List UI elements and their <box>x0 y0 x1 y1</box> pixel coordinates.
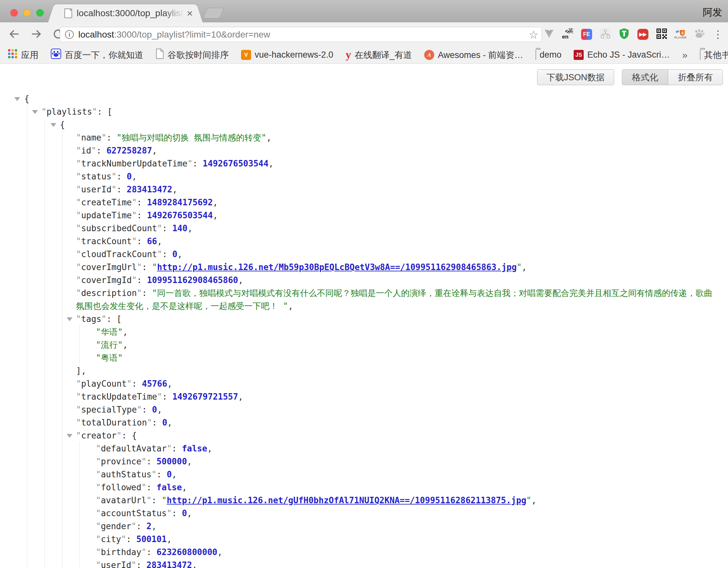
extension-button[interactable] <box>656 27 668 41</box>
extension-button[interactable]: 英en⇄ <box>562 27 574 41</box>
json-comma: , <box>288 301 293 311</box>
extension-button[interactable] <box>543 27 555 41</box>
json-colon: : <box>193 159 203 168</box>
json-key: followed <box>101 483 141 492</box>
json-line: { <box>45 118 719 131</box>
json-key: createTime <box>81 197 132 207</box>
json-comma: , <box>187 223 193 233</box>
json-key: province <box>101 457 141 466</box>
page-info-icon[interactable]: i <box>65 30 74 39</box>
json-line: "subscribedCount": 140, <box>62 222 719 235</box>
collapse-toggle-icon[interactable] <box>67 318 72 321</box>
json-string-quote: " <box>162 496 167 505</box>
json-key: accountStatus <box>101 508 167 518</box>
json-key-quote: " <box>76 197 81 207</box>
json-key-quote: " <box>96 521 101 531</box>
bookmark-item[interactable]: AAwesomes - 前端资… <box>424 49 523 61</box>
bookmark-item[interactable]: 谷歌按时间排序 <box>156 49 229 61</box>
json-line: "userId": 283413472, <box>62 183 719 196</box>
browser-tab[interactable]: localhost:3000/top_playlist?lim × <box>57 4 194 22</box>
extension-button[interactable]: ▶▶ <box>637 27 649 41</box>
json-key-quote: " <box>127 379 132 389</box>
json-comma: , <box>266 133 271 142</box>
json-colon: : <box>142 262 152 272</box>
json-number-value: 1492676503544 <box>147 210 213 220</box>
json-number-value: 140 <box>172 223 187 233</box>
minimize-window-button[interactable] <box>23 9 31 17</box>
profile-name[interactable]: 阿发 <box>703 6 722 19</box>
json-line: "trackCount": 66, <box>62 235 719 248</box>
json-number-value: 500000 <box>157 457 187 466</box>
json-line: "province": 500000, <box>80 455 719 468</box>
tab-close-icon[interactable]: × <box>187 8 193 18</box>
json-key-quote: " <box>167 444 172 453</box>
json-key-quote: " <box>151 470 157 479</box>
json-colon: : <box>97 107 107 117</box>
json-colon: : <box>137 236 147 246</box>
collapse-toggle-icon[interactable] <box>32 110 38 114</box>
json-colon: : <box>162 392 172 402</box>
json-line: "status": 0, <box>62 170 719 183</box>
json-link-value[interactable]: http://p1.music.126.net/Mb59p30BpEQLcBQe… <box>157 262 516 272</box>
format-button[interactable]: 格式化 <box>622 70 668 85</box>
back-button[interactable] <box>7 27 21 41</box>
apps-grid-icon <box>8 49 17 61</box>
address-bar[interactable]: i localhost:3000/top_playlist?limit=10&o… <box>60 27 542 42</box>
collapse-toggle-icon[interactable] <box>50 123 56 127</box>
bookmark-item[interactable]: JSEcho JS - JavaScri… <box>574 50 670 60</box>
json-key: trackNumberUpdateTime <box>81 159 188 168</box>
bookmark-item[interactable]: 其他书签 <box>700 49 728 61</box>
extension-button[interactable] <box>599 27 612 41</box>
collapse-toggle-icon[interactable] <box>67 434 72 438</box>
json-key: updateTime <box>81 210 132 220</box>
json-comma: , <box>157 236 162 246</box>
bookmark-item[interactable]: y在线翻译_有道 <box>346 49 412 61</box>
window-controls <box>10 9 44 17</box>
json-key: coverImgId <box>81 275 132 285</box>
json-line: "gender": 2, <box>80 520 719 533</box>
bookmark-item[interactable]: Vvue-hackernews-2.0 <box>241 50 333 60</box>
forward-button[interactable] <box>29 27 43 41</box>
json-key-quote: " <box>157 223 162 233</box>
json-key: trackUpdateTime <box>81 392 157 402</box>
extension-button[interactable] <box>618 27 630 41</box>
bookmark-item[interactable]: 应用 <box>8 49 39 61</box>
json-link-value[interactable]: http://p1.music.126.net/gUfH0bhzOfAl71NU… <box>167 496 526 505</box>
collapse-toggle-icon[interactable] <box>14 97 20 101</box>
browser-menu-button[interactable]: ⋮ <box>712 27 724 41</box>
svg-text:5: 5 <box>681 31 683 35</box>
download-json-button[interactable]: 下载JSON数据 <box>537 69 614 85</box>
json-key: gender <box>101 521 131 531</box>
json-colon: : <box>137 210 147 220</box>
bookmark-star-icon[interactable]: ☆ <box>529 28 538 41</box>
json-key-quote: " <box>137 288 142 298</box>
bookmark-label: 其他书签 <box>704 49 728 61</box>
json-key-quote: " <box>76 314 81 324</box>
json-key: userId <box>101 560 131 568</box>
json-line: "city": 500101, <box>80 533 719 546</box>
extension-button[interactable]: 5PLAYER <box>674 27 687 41</box>
bookmark-item[interactable]: demo <box>535 50 562 60</box>
bookmark-item[interactable]: 百度一下，你就知道 <box>51 49 143 61</box>
new-tab-button[interactable] <box>203 8 225 18</box>
json-key-quote: " <box>96 547 101 557</box>
json-string-quote: " <box>152 262 157 272</box>
folder-icon <box>700 50 700 60</box>
json-colon: : <box>147 457 157 466</box>
json-key-quote: " <box>76 249 81 259</box>
json-bracket: [ <box>116 314 122 324</box>
json-key-quote: " <box>132 236 137 246</box>
bookmark-label: vue-hackernews-2.0 <box>255 50 333 60</box>
json-colon: : <box>106 314 116 324</box>
extension-button[interactable]: FE <box>580 27 593 41</box>
json-number-value: 283413472 <box>147 560 192 568</box>
extension-button[interactable] <box>693 27 705 41</box>
bookmarks-overflow-button[interactable]: » <box>682 50 688 61</box>
collapse-all-button[interactable]: 折叠所有 <box>668 70 722 85</box>
json-key: playCount <box>81 379 127 389</box>
json-line: "avatarUrl": "http://p1.music.126.net/gU… <box>80 494 719 507</box>
close-window-button[interactable] <box>10 9 18 17</box>
tab-title: localhost:3000/top_playlist?lim <box>77 8 183 18</box>
json-comma: , <box>531 496 536 505</box>
zoom-window-button[interactable] <box>36 9 44 17</box>
